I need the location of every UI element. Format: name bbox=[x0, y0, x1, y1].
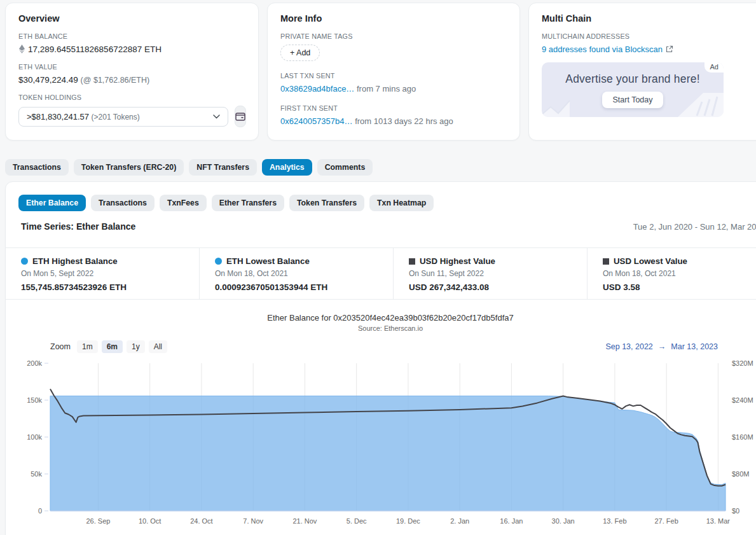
y-axis-right-label: $80M bbox=[732, 470, 750, 478]
subtab-token-transfers[interactable]: Token Transfers bbox=[289, 195, 364, 211]
first-txn-label: FIRST TXN SENT bbox=[280, 104, 507, 112]
token-holdings-count: (>201 Tokens) bbox=[92, 113, 140, 122]
ether-balance-chart[interactable]: 200k150k100k50k0$320M$240M$160M$80M$026.… bbox=[6, 357, 756, 530]
multi-chain-title: Multi Chain bbox=[542, 13, 756, 24]
stat-label: ETH Lowest Balance bbox=[226, 256, 310, 266]
y-axis-right-label: $320M bbox=[732, 359, 753, 367]
eth-balance-value-row: 17,289.645511826856722887 ETH bbox=[18, 45, 245, 54]
y-axis-left-label: 200k bbox=[27, 359, 42, 367]
ad-banner[interactable]: Ad Advertise your brand here! Start Toda… bbox=[542, 62, 724, 117]
ad-zigzag-decoration bbox=[542, 95, 593, 117]
tab-comments[interactable]: Comments bbox=[317, 159, 373, 176]
more-info-title: More Info bbox=[280, 13, 507, 24]
y-axis-left-label: 0 bbox=[38, 507, 42, 515]
stat-date: On Mon 18, Oct 2021 bbox=[215, 269, 393, 278]
eth-balance-area-series bbox=[50, 396, 725, 511]
ad-headline: Advertise your brand here! bbox=[542, 73, 724, 86]
x-axis-label: 26. Sep bbox=[86, 517, 110, 525]
more-info-card: More Info PRIVATE NAME TAGS + Add LAST T… bbox=[267, 3, 520, 141]
page: Overview ETH BALANCE 17,289.645511826856… bbox=[0, 0, 756, 535]
ad-cta-button[interactable]: Start Today bbox=[602, 92, 663, 108]
stat-value: USD 3.58 bbox=[603, 282, 756, 292]
y-axis-left-label: 50k bbox=[31, 470, 42, 478]
range-to[interactable]: Mar 13, 2023 bbox=[671, 342, 718, 351]
tab-transactions[interactable]: Transactions bbox=[5, 159, 69, 176]
range-arrow: → bbox=[658, 342, 666, 351]
multi-chain-card: Multi Chain MULTICHAIN ADDRESSES 9 addre… bbox=[528, 3, 756, 141]
blockscan-addresses-link[interactable]: 9 addresses found via Blockscan bbox=[542, 45, 663, 54]
eth-balance-label: ETH BALANCE bbox=[18, 32, 245, 40]
token-holdings-label: TOKEN HOLDINGS bbox=[18, 94, 245, 101]
chart-subtitle: Source: Etherscan.io bbox=[6, 324, 756, 332]
legend-square-icon bbox=[603, 258, 609, 265]
subtab-transactions[interactable]: Transactions bbox=[91, 195, 155, 211]
x-axis-label: 7. Nov bbox=[243, 517, 263, 525]
x-axis-label: 5. Dec bbox=[347, 517, 367, 525]
tab-nft-transfers[interactable]: NFT Transfers bbox=[189, 159, 257, 176]
x-axis-label: 27. Feb bbox=[654, 517, 678, 525]
zoom-6m-button[interactable]: 6m bbox=[102, 340, 123, 353]
chart-title: Ether Balance for 0x203520f4ec42ea39b03f… bbox=[6, 313, 756, 323]
x-axis-label: 13. Mar bbox=[706, 517, 731, 525]
y-axis-right-label: $0 bbox=[732, 507, 739, 515]
stats-row: ETH Highest BalanceOn Mon 5, Sept 202215… bbox=[6, 248, 756, 299]
tab-analytics[interactable]: Analytics bbox=[262, 159, 312, 176]
x-axis-label: 10. Oct bbox=[139, 517, 161, 525]
subtab-ether-transfers[interactable]: Ether Transfers bbox=[212, 195, 284, 211]
x-axis-label: 16. Jan bbox=[500, 517, 523, 525]
main-tabs: TransactionsToken Transfers (ERC-20)NFT … bbox=[5, 159, 373, 176]
subtab-ether-balance[interactable]: Ether Balance bbox=[18, 195, 86, 211]
divider bbox=[6, 299, 756, 300]
legend-circle-icon bbox=[21, 258, 28, 265]
stat-value: 0.000923670501353944 ETH bbox=[215, 282, 393, 292]
first-txn-time: from 1013 days 22 hrs ago bbox=[355, 116, 453, 126]
stat-value: USD 267,342,433.08 bbox=[409, 282, 587, 292]
analytics-panel: Ether BalanceTransactionsTxnFeesEther Tr… bbox=[5, 181, 756, 535]
private-name-tags-label: PRIVATE NAME TAGS bbox=[280, 32, 507, 40]
x-axis-label: 2. Jan bbox=[450, 517, 469, 525]
eth-value-rate: (@ $1,762.86/ETH) bbox=[81, 76, 150, 85]
x-axis-label: 13. Feb bbox=[603, 517, 626, 525]
zoom-all-button[interactable]: All bbox=[149, 340, 167, 353]
subtab-txnfees[interactable]: TxnFees bbox=[160, 195, 207, 211]
eth-value-main: $30,479,224.49 bbox=[18, 75, 78, 85]
stat-eth-highest-balance: ETH Highest BalanceOn Mon 5, Sept 202215… bbox=[6, 248, 199, 299]
add-name-tag-label: + Add bbox=[290, 48, 310, 57]
eth-value-row: $30,479,224.49 (@ $1,762.86/ETH) bbox=[18, 75, 245, 85]
y-axis-right-label: $160M bbox=[732, 433, 753, 441]
ad-badge: Ad bbox=[704, 62, 724, 73]
first-txn-hash-link[interactable]: 0x6240057357b4… bbox=[280, 116, 353, 126]
eth-value-label: ETH VALUE bbox=[18, 63, 245, 71]
overview-card: Overview ETH BALANCE 17,289.645511826856… bbox=[5, 3, 259, 141]
wallet-icon bbox=[235, 113, 245, 121]
add-name-tag-button[interactable]: + Add bbox=[280, 45, 320, 61]
multichain-addresses-label: MULTICHAIN ADDRESSES bbox=[542, 32, 756, 40]
y-axis-right-label: $240M bbox=[732, 396, 753, 404]
time-series-title: Time Series: Ether Balance bbox=[21, 221, 135, 232]
x-axis-label: 24. Oct bbox=[190, 517, 212, 525]
range-from[interactable]: Sep 13, 2022 bbox=[605, 342, 652, 351]
y-axis-left-label: 150k bbox=[27, 396, 42, 404]
stat-usd-lowest-value: USD Lowest ValueOn Mon 18, Oct 2021USD 3… bbox=[587, 248, 756, 299]
zoom-1y-button[interactable]: 1y bbox=[127, 340, 145, 353]
zoom-label: Zoom bbox=[50, 342, 71, 351]
legend-circle-icon bbox=[215, 258, 222, 265]
full-date-range: Tue 2, Jun 2020 - Sun 12, Mar 2023 bbox=[633, 222, 756, 232]
stat-date: On Mon 5, Sept 2022 bbox=[21, 269, 199, 278]
x-axis-label: 19. Dec bbox=[396, 517, 420, 525]
stat-value: 155,745.85734523926 ETH bbox=[21, 282, 199, 292]
last-txn-hash-link[interactable]: 0x38629ad4bface… bbox=[280, 84, 354, 94]
token-holdings-dropdown[interactable]: >$81,830,241.57 (>201 Tokens) bbox=[18, 107, 228, 127]
stat-eth-lowest-balance: ETH Lowest BalanceOn Mon 18, Oct 20210.0… bbox=[199, 248, 393, 299]
token-holdings-value: >$81,830,241.57 bbox=[27, 112, 89, 122]
subtab-txn-heatmap[interactable]: Txn Heatmap bbox=[369, 195, 434, 211]
wallet-button[interactable] bbox=[235, 106, 246, 127]
chevron-down-icon bbox=[213, 115, 220, 119]
zoom-1m-button[interactable]: 1m bbox=[77, 340, 98, 353]
stat-label: ETH Highest Balance bbox=[32, 256, 118, 266]
stat-label: USD Highest Value bbox=[420, 256, 495, 266]
tab-token-transfers-erc-20-[interactable]: Token Transfers (ERC-20) bbox=[74, 159, 184, 176]
stat-date: On Mon 18, Oct 2021 bbox=[603, 269, 756, 278]
last-txn-time: from 7 mins ago bbox=[357, 84, 416, 94]
x-axis-label: 21. Nov bbox=[292, 517, 317, 525]
